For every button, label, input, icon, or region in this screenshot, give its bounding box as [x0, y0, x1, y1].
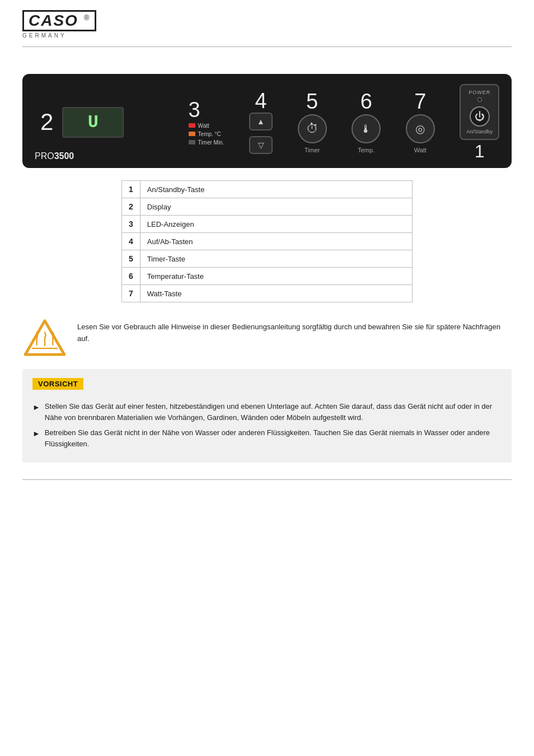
caution-badge: VORSICHT	[32, 378, 83, 390]
temp-icon: 🌡	[360, 123, 372, 136]
warning-text: Lesen Sie vor Gebrauch alle Hinweise in …	[77, 318, 512, 345]
header-divider	[22, 46, 512, 47]
temp-button[interactable]: 🌡	[352, 114, 381, 143]
legend-num: 5	[122, 250, 140, 268]
warning-section: Lesen Sie vor Gebrauch alle Hinweise in …	[22, 318, 512, 359]
panel-label-7: 7	[414, 91, 426, 112]
legend-text: Watt-Taste	[140, 285, 412, 302]
panel-section-4: 4	[249, 90, 273, 154]
caution-item: ►Betreiben Sie das Gerät nicht in der Nä…	[32, 427, 499, 449]
indicators-section: 3 Watt Temp. °C Timer Min.	[189, 99, 224, 146]
watt-icon: ◎	[415, 122, 425, 136]
indicator-watt-label: Watt	[198, 123, 209, 129]
legend-row: 3 LED-Anzeigen	[122, 216, 413, 233]
brand-logo: CASO ®	[22, 10, 96, 31]
dot-watt	[189, 123, 195, 128]
footer-divider	[22, 479, 512, 480]
indicator-watt: Watt	[189, 123, 224, 129]
timer-icon: ⏱	[306, 122, 318, 136]
brand-country: GERMANY	[22, 32, 512, 39]
pro-text: PRO	[35, 151, 54, 161]
up-arrow-button[interactable]	[249, 113, 273, 130]
caution-item-text: Betreiben Sie das Gerät nicht in der Näh…	[45, 427, 499, 449]
caution-box: VORSICHT ►Stellen Sie das Gerät auf eine…	[22, 369, 512, 463]
dot-timer	[189, 140, 195, 144]
legend-num: 6	[122, 268, 140, 285]
lcd-char: U	[88, 112, 99, 133]
legend-num: 7	[122, 285, 140, 302]
panel-section-6: 6 🌡 Temp.	[352, 91, 381, 153]
brand-name: CASO	[29, 12, 78, 29]
power-bot-label: An/Standby	[466, 129, 493, 134]
legend-num: 1	[122, 181, 140, 198]
watt-button[interactable]: ◎	[406, 114, 435, 143]
panel-label-1: 1	[475, 142, 485, 160]
legend-num: 2	[122, 198, 140, 216]
panel-left: 2 U	[35, 107, 158, 138]
caution-arrow: ►	[32, 402, 40, 413]
warning-icon-area	[22, 318, 67, 359]
legend-row: 5 Timer-Taste	[122, 250, 413, 268]
legend-row: 4 Auf/Ab-Tasten	[122, 233, 413, 250]
temp-label: Temp.	[358, 147, 374, 153]
model-number: 3500	[54, 151, 74, 161]
panel-section-7: 7 ◎ Watt	[406, 91, 435, 153]
indicator-temp: Temp. °C	[189, 131, 224, 137]
caution-arrow: ►	[32, 428, 40, 440]
legend-text: An/Standby-Taste	[140, 181, 412, 198]
watt-label: Watt	[414, 147, 427, 153]
panel-label-2: 2	[40, 110, 53, 134]
header: CASO ® GERMANY	[0, 0, 534, 47]
indicator-timer-label: Timer Min.	[198, 139, 224, 146]
caution-item-text: Stellen Sie das Gerät auf einer festen, …	[45, 401, 499, 423]
main-content: 2 U 3 Watt Temp. °C Timer Mi	[0, 47, 534, 491]
device-panel: 2 U 3 Watt Temp. °C Timer Mi	[22, 74, 512, 168]
panel-right: POWER ⏻ An/Standby 1	[460, 84, 499, 160]
legend-text: Auf/Ab-Tasten	[140, 233, 412, 250]
timer-label: Timer	[305, 147, 320, 153]
panel-label-3: 3	[189, 99, 200, 120]
logo-area: CASO ® GERMANY	[22, 10, 512, 39]
logo-box: CASO ®	[22, 10, 512, 31]
down-arrow-button[interactable]	[249, 136, 273, 154]
legend-text: Display	[140, 198, 412, 216]
legend-row: 6 Temperatur-Taste	[122, 268, 413, 285]
legend-text: Temperatur-Taste	[140, 268, 412, 285]
panel-label-4: 4	[255, 90, 266, 111]
indicator-timer: Timer Min.	[189, 139, 224, 146]
legend-row: 1 An/Standby-Taste	[122, 181, 413, 198]
panel-label-5: 5	[306, 91, 318, 112]
legend-num: 4	[122, 233, 140, 250]
power-led	[477, 97, 482, 102]
timer-button[interactable]: ⏱	[298, 114, 327, 143]
dot-temp	[189, 132, 195, 136]
legend-table: 1 An/Standby-Taste 2 Display 3 LED-Anzei…	[121, 180, 413, 302]
legend-row: 7 Watt-Taste	[122, 285, 413, 302]
caution-items: ►Stellen Sie das Gerät auf einer festen,…	[32, 401, 499, 449]
legend-text: LED-Anzeigen	[140, 216, 412, 233]
power-indicator-row	[477, 97, 482, 102]
panel-display-section: 2 U	[35, 107, 124, 138]
power-symbol: ⏻	[475, 111, 485, 123]
logo-superscript: ®	[84, 13, 91, 22]
legend-text: Timer-Taste	[140, 250, 412, 268]
panel-label-6: 6	[360, 91, 372, 112]
indicator-temp-label: Temp. °C	[198, 131, 221, 137]
lcd-display: U	[62, 107, 124, 138]
panel-section-5: 5 ⏱ Timer	[298, 91, 327, 153]
pro-label: PRO3500	[35, 151, 74, 161]
legend-row: 2 Display	[122, 198, 413, 216]
caution-item: ►Stellen Sie das Gerät auf einer festen,…	[32, 401, 499, 423]
power-top-label: POWER	[469, 90, 490, 95]
legend-num: 3	[122, 216, 140, 233]
warning-triangle-icon	[22, 318, 67, 357]
power-circle: ⏻	[470, 106, 490, 127]
panel-indicators: Watt Temp. °C Timer Min.	[189, 123, 224, 146]
power-button[interactable]: POWER ⏻ An/Standby	[460, 84, 499, 140]
